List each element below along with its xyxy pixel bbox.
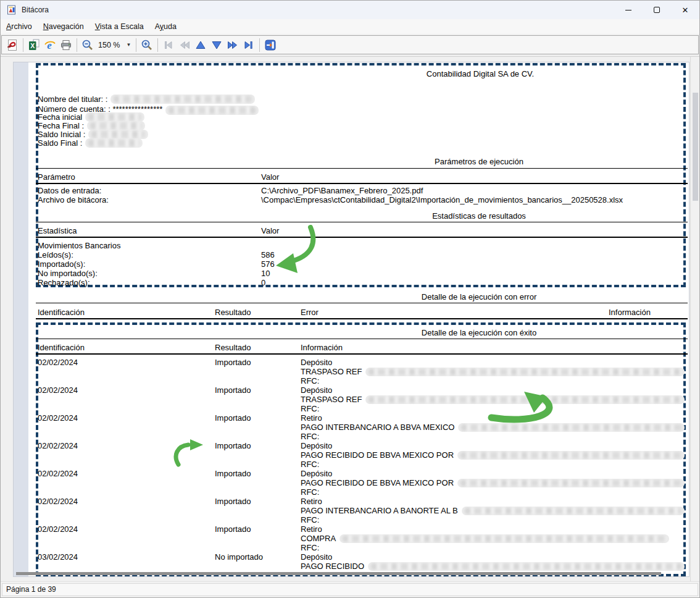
table-row: 02/02/2024 Importado Retiro PAGO INTERBA… — [38, 497, 685, 524]
export-excel-button[interactable]: X — [26, 37, 42, 53]
close-button[interactable]: ✕ — [671, 1, 699, 19]
stat-value: 586 — [261, 250, 275, 259]
page-indicator: Página 1 de 39 — [2, 583, 698, 596]
toolbar-separator — [259, 38, 260, 52]
redacted-value — [87, 121, 145, 130]
menu-archivo[interactable]: Archivo — [1, 20, 38, 33]
maximize-icon — [654, 7, 660, 13]
next-page-icon — [227, 40, 238, 51]
redacted-value — [457, 479, 685, 487]
field-fecha-inicial: Fecha inicial — [38, 112, 144, 122]
rule — [36, 318, 688, 319]
last-page-button[interactable] — [241, 37, 257, 53]
print-button[interactable] — [58, 37, 74, 53]
table-row: 02/02/2024 Importado Retiro PAGO INTERBA… — [38, 413, 685, 441]
error-col-error: Error — [301, 308, 319, 317]
redacted-value — [165, 106, 259, 115]
zoom-in-button[interactable] — [139, 37, 155, 53]
company-name: Contabilidad Digital SA de CV. — [369, 69, 591, 78]
page-margin-strip — [14, 62, 28, 576]
redacted-value — [110, 95, 255, 104]
rule — [36, 183, 688, 184]
excel-icon: X — [28, 39, 40, 51]
table-row: 02/02/2024 Importado Depósito PAGO RECIB… — [38, 441, 685, 469]
table-row: 02/02/2024 Importado Depósito TRASPASO R… — [38, 358, 685, 385]
params-title: Parámetros de ejecución — [371, 157, 587, 166]
field-saldo-final: Saldo Final : — [38, 138, 143, 148]
next-page-button[interactable] — [225, 37, 241, 53]
page-up-icon — [195, 40, 206, 51]
first-page-button[interactable] — [160, 37, 177, 53]
toolbar-separator — [23, 38, 23, 52]
rule — [36, 237, 688, 238]
zoom-out-button[interactable] — [80, 37, 96, 53]
page-down-button[interactable] — [209, 37, 225, 53]
stat-value: 10 — [261, 269, 270, 278]
redacted-value — [85, 112, 144, 122]
redacted-value — [462, 507, 685, 515]
stat-value: 0 — [261, 278, 265, 287]
success-col-result: Resultado — [215, 343, 251, 352]
field-saldo-inicial: Saldo Inicial : — [38, 130, 148, 139]
table-row: 03/02/2024 No importado Depósito PAGO RE… — [38, 552, 685, 580]
params-col-name: Parámetro — [38, 172, 75, 182]
menubar: Archivo Navegación Vista a Escala Ayuda — [1, 19, 699, 34]
toolbar: X e — [1, 35, 699, 54]
toolbar-separator — [77, 38, 77, 52]
vertical-scrollbar-thumb[interactable] — [693, 93, 698, 201]
success-col-id: Identificación — [38, 343, 85, 352]
param-value: \Compac\Empresas\ctContabilidad_Digital2… — [261, 195, 623, 204]
rule — [36, 353, 688, 355]
exit-icon — [264, 39, 277, 51]
menu-ayuda[interactable]: Ayuda — [149, 20, 182, 33]
stats-group: Movimientos Bancarios — [38, 241, 120, 250]
table-row: 02/02/2024 Importado Retiro COMPRA RFC: — [38, 524, 685, 552]
export-pdf-button[interactable] — [4, 37, 20, 53]
svg-text:X: X — [30, 42, 35, 49]
menu-vista-a-escala[interactable]: Vista a Escala — [90, 20, 149, 33]
redacted-value — [85, 138, 143, 148]
table-row: 02/02/2024 Importado Depósito PAGO RECIB… — [38, 469, 685, 497]
stat-name: Importado(s): — [38, 259, 85, 269]
redacted-value — [368, 562, 685, 571]
table-row: 02/02/2024 Importado Depósito TRASPASO R… — [38, 385, 685, 413]
maximize-button[interactable] — [643, 1, 671, 19]
app-window: Bitácora ✕ Archivo Navegación Vista a Es… — [0, 0, 700, 598]
redacted-value — [365, 368, 685, 376]
previous-page-button[interactable] — [177, 37, 193, 53]
stats-col-name: Estadística — [38, 226, 77, 235]
rule — [36, 168, 688, 169]
param-value: C:\Archivo_PDF\Banamex_Febrero_2025.pdf — [261, 186, 423, 195]
page-up-button[interactable] — [193, 37, 209, 53]
success-col-info: Información — [301, 343, 343, 352]
minimize-button[interactable] — [614, 1, 643, 19]
previous-page-icon — [179, 40, 190, 51]
first-page-icon — [163, 40, 174, 51]
error-col-id: Identificación — [38, 308, 85, 317]
redacted-value — [458, 423, 685, 432]
report-viewer[interactable]: Contabilidad Digital SA de CV. Nombre de… — [1, 56, 699, 581]
stat-name: Rechazado(s): — [38, 278, 90, 287]
zoom-out-icon — [81, 39, 94, 51]
horizontal-scrollbar-thumb[interactable] — [16, 572, 661, 575]
params-col-value: Valor — [261, 172, 279, 182]
minimize-icon — [625, 10, 631, 11]
stat-name: Leídos(s): — [38, 250, 73, 259]
zoom-level-dropdown[interactable]: ▼ — [123, 38, 133, 52]
zoom-level-value[interactable]: 150 % — [96, 41, 123, 49]
zoom-in-icon — [141, 39, 153, 51]
pdf-icon — [6, 39, 19, 51]
stat-value: 576 — [261, 259, 275, 269]
redacted-value — [457, 451, 685, 460]
param-name: Archivo de bitácora: — [38, 195, 109, 204]
exit-button[interactable] — [262, 37, 278, 53]
export-html-button[interactable]: e — [42, 37, 58, 53]
stats-col-value: Valor — [261, 226, 279, 235]
success-section-title: Detalle de la ejecución con éxito — [371, 328, 587, 337]
titlebar: Bitácora ✕ — [1, 1, 699, 19]
close-icon: ✕ — [682, 6, 689, 14]
menu-navegacion[interactable]: Navegación — [38, 20, 90, 33]
window-title: Bitácora — [22, 6, 49, 14]
redacted-value — [88, 130, 148, 139]
vertical-scrollbar[interactable] — [690, 57, 699, 581]
